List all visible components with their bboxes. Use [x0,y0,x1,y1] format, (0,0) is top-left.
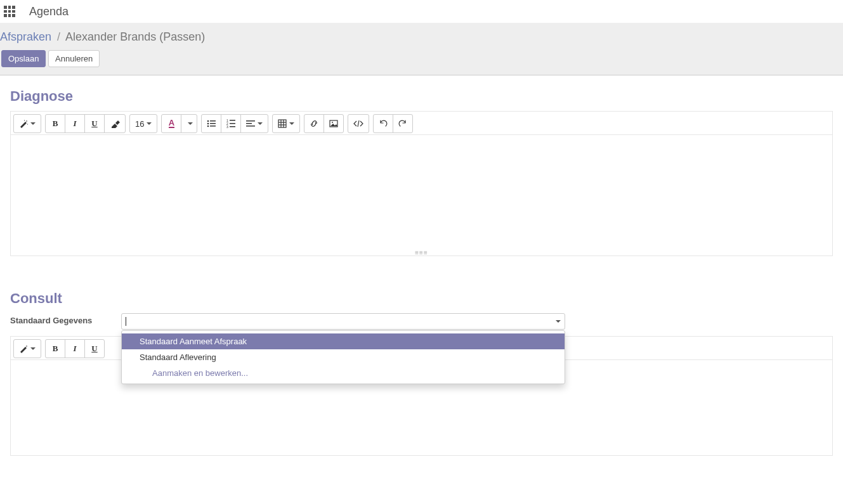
control-panel: Afspraken / Alexander Brands (Passen) Op… [0,23,843,75]
codeview-button[interactable] [348,114,369,133]
top-bar: Agenda [0,0,843,23]
svg-rect-11 [230,126,235,127]
svg-rect-5 [210,126,216,127]
caret-icon [30,347,36,350]
unordered-list-button[interactable] [201,114,221,133]
link-icon [310,119,318,128]
caret-icon [289,122,294,125]
remove-format-button[interactable] [104,114,126,133]
editor-resize-handle[interactable]: ≡≡≡ [11,252,832,257]
ordered-list-button[interactable]: 1 2 3 [221,114,241,133]
dropdown-caret-icon [556,320,561,323]
breadcrumb-root[interactable]: Afspraken [0,30,51,43]
caret-icon [30,122,36,125]
eraser-icon [110,119,120,128]
breadcrumb: Afspraken / Alexander Brands (Passen) [0,28,843,50]
breadcrumb-separator: / [57,30,60,43]
ul-icon [207,119,216,128]
dropdown-option[interactable]: Standaard Aflevering [122,349,565,365]
svg-point-4 [207,126,209,127]
caret-icon [147,122,152,125]
svg-point-21 [332,122,333,123]
style-dropdown[interactable] [13,339,41,358]
svg-text:3: 3 [226,125,228,128]
align-icon [246,119,255,128]
dropdown-create-edit[interactable]: Aanmaken en bewerken... [122,365,565,381]
italic-button[interactable]: I [65,339,85,358]
underline-button[interactable]: U [84,114,105,133]
magic-icon [19,119,28,128]
discard-button[interactable]: Annuleren [48,50,100,67]
svg-rect-3 [210,123,216,124]
font-size-dropdown[interactable]: 16 [129,114,157,133]
font-color-dropdown[interactable] [181,114,197,133]
code-icon [353,119,363,128]
redo-icon [398,119,407,128]
dropdown-option[interactable]: Standaard Aanmeet Afspraak [122,333,565,349]
svg-rect-15 [278,120,286,127]
svg-rect-14 [246,126,255,127]
standaard-gegevens-dropdown: Standaard Aanmeet Afspraak Standaard Afl… [121,330,565,384]
module-title: Agenda [29,5,69,18]
field-standaard-gegevens: Standaard Gegevens Standaard Aanmeet Afs… [10,313,833,330]
svg-rect-13 [246,123,252,124]
form-buttons: Opslaan Annuleren [0,50,843,67]
breadcrumb-current: Alexander Brands (Passen) [65,30,205,43]
editor-toolbar: B I U 16 A [11,112,832,135]
bold-button[interactable]: B [45,114,65,133]
redo-button[interactable] [393,114,413,133]
style-dropdown[interactable] [13,114,41,133]
picture-icon [329,119,338,128]
section-title-consult: Consult [10,290,833,307]
undo-button[interactable] [373,114,393,133]
magic-icon [19,344,28,353]
standaard-gegevens-input[interactable] [121,313,565,330]
svg-rect-1 [210,120,216,122]
ol-icon: 1 2 3 [226,119,235,128]
font-color-button[interactable]: A [161,114,181,133]
editor-diagnose: B I U 16 A [10,111,833,256]
table-icon [278,119,287,128]
field-label: Standaard Gegevens [10,313,121,325]
caret-icon [258,122,263,125]
italic-button[interactable]: I [65,114,85,133]
underline-button[interactable]: U [84,339,105,358]
link-button[interactable] [304,114,324,133]
form-sheet: Diagnose B I U 16 [0,75,843,479]
svg-rect-9 [230,123,235,124]
table-dropdown[interactable] [272,114,300,133]
font-size-value: 16 [135,119,144,129]
text-cursor [126,317,126,326]
svg-point-2 [207,123,209,125]
picture-button[interactable] [323,114,344,133]
undo-icon [379,119,388,128]
svg-point-0 [207,120,209,122]
bold-button[interactable]: B [45,339,65,358]
paragraph-dropdown[interactable] [240,114,268,133]
apps-icon[interactable] [4,6,15,17]
svg-rect-7 [230,120,235,121]
editor-content-area[interactable] [11,135,832,255]
save-button[interactable]: Opslaan [1,50,46,67]
svg-rect-12 [246,120,255,122]
section-title-diagnose: Diagnose [10,88,833,105]
caret-icon [188,122,193,125]
